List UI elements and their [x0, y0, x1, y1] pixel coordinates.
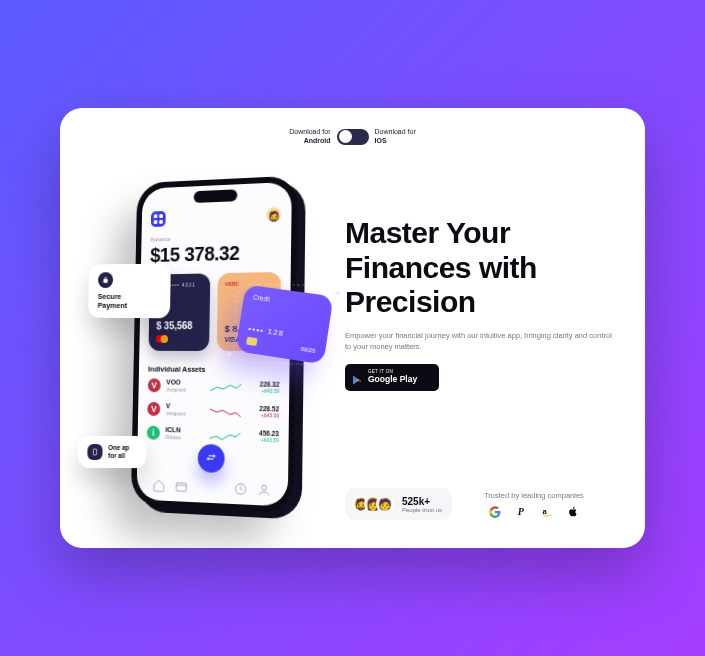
- svg-point-1: [235, 483, 245, 494]
- svg-text:a: a: [542, 506, 547, 515]
- hero-text: Master Your Finances with Precision Empo…: [345, 136, 615, 520]
- platform-toggle[interactable]: [337, 129, 369, 145]
- amazon-icon: a: [541, 506, 553, 518]
- phone-frame: 🧔 Balance $15 378.32 •••• •••• 4221 $ 35…: [131, 175, 298, 513]
- asset-row: V VOO Vanguard 228.32 +643.59: [148, 373, 280, 399]
- float-secure-payment: Secure Payment: [88, 264, 171, 319]
- balance-label: Balance: [151, 233, 282, 243]
- chip-icon: [246, 337, 258, 346]
- svg-rect-3: [93, 449, 96, 455]
- visa-icon: VISA: [224, 336, 272, 343]
- asset-row: V V Vanguard 228.52 +643.59: [147, 397, 279, 424]
- wallet-card-mastercard: •••• •••• 4221 $ 35,568: [148, 273, 210, 351]
- svg-point-2: [262, 485, 267, 490]
- apple-icon: [567, 506, 579, 518]
- mastercard-icon: [156, 335, 168, 343]
- balance-value: $15 378.32: [150, 241, 281, 267]
- home-icon: [152, 478, 165, 493]
- svg-rect-0: [176, 483, 186, 492]
- app-menu-icon: [151, 211, 166, 227]
- assets-title: Individual Assets: [148, 365, 280, 375]
- phone-notch: [194, 189, 238, 203]
- wallet-icon: [175, 479, 188, 494]
- asset-row: i ICLN iShares 456.23 +643.59: [147, 421, 279, 449]
- float-credit-card: Credit •••• 128 09/25: [235, 285, 333, 365]
- sparkle-icon: [223, 347, 236, 360]
- subheadline: Empower your financial journey with our …: [345, 330, 615, 353]
- google-icon: [489, 506, 501, 518]
- google-play-icon: [351, 372, 363, 384]
- device-visual: 🧔 Balance $15 378.32 •••• •••• 4221 $ 35…: [80, 168, 360, 538]
- platform-toggle-row: Download for Android Download for IOS: [60, 128, 645, 146]
- sparkle-icon: [331, 286, 345, 300]
- google-play-button[interactable]: GET IT ON Google Play: [345, 364, 439, 391]
- tabbar: [137, 478, 288, 499]
- toggle-label-ios: Download for IOS: [375, 128, 416, 146]
- clock-icon: [234, 482, 248, 497]
- float-one-app: One ap for all: [78, 436, 147, 468]
- toggle-label-android: Download for Android: [289, 128, 330, 146]
- phone-icon: [87, 444, 102, 460]
- trust-avatars: 🧔 👩 🧑: [352, 495, 394, 513]
- trust-pill: 🧔 👩 🧑 525k+ People trust us: [345, 488, 452, 520]
- trusted-by: Trusted by leading companies P a: [484, 491, 584, 518]
- user-icon: [257, 483, 271, 498]
- wallet-card-visa: HSBC $ 8,... VISA: [217, 272, 281, 351]
- lock-icon: [98, 272, 113, 288]
- avatar: 🧔: [266, 206, 282, 223]
- swap-fab-icon: [198, 444, 225, 473]
- paypal-icon: P: [515, 506, 527, 518]
- toggle-knob: [339, 130, 352, 143]
- hero-card: Download for Android Download for IOS 🧔: [60, 108, 645, 548]
- headline: Master Your Finances with Precision: [345, 216, 615, 320]
